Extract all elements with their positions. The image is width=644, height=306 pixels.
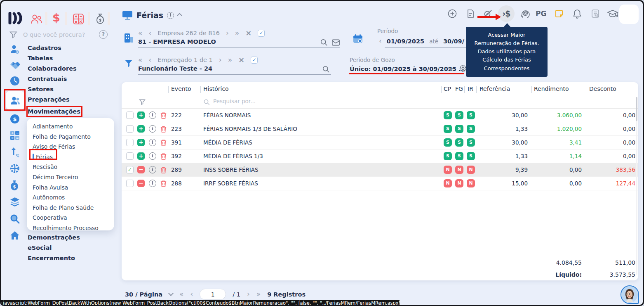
cp-badge[interactable]: S <box>444 152 452 160</box>
fg-badge[interactable]: N <box>455 179 463 187</box>
page-number-input[interactable] <box>200 289 226 300</box>
employee-checkbox[interactable] <box>251 57 258 64</box>
info-icon[interactable] <box>149 180 156 187</box>
page-last-icon[interactable]: » <box>256 291 261 298</box>
employee-next-icon[interactable]: › <box>219 57 222 64</box>
submenu-item-folha-de-pagamento[interactable]: Folha de Pagamento <box>33 132 114 142</box>
col-cp[interactable]: CP <box>444 85 451 92</box>
trash-icon[interactable] <box>160 112 167 119</box>
fg-badge[interactable]: S <box>455 125 463 133</box>
company-value[interactable]: 81 - EMPRESA MODELO <box>138 38 216 45</box>
col-fg[interactable]: FG <box>455 85 463 92</box>
sidebar-item-encerramento[interactable]: Encerramento <box>28 253 80 263</box>
period-start[interactable]: 01/09/2025 <box>387 38 424 45</box>
table-filter-icon[interactable] <box>139 99 146 105</box>
layers-icon[interactable] <box>9 196 20 207</box>
row-checkbox[interactable] <box>126 125 134 133</box>
table-row[interactable]: 288 IRRF SOBRE FÉRIAS N N N 15,00 0,00 1… <box>122 177 638 190</box>
document-icon[interactable] <box>465 9 475 19</box>
per-page-select[interactable]: 30 / Página <box>125 291 162 298</box>
company-search-icon[interactable] <box>320 38 328 47</box>
cp-badge[interactable]: S <box>444 125 452 133</box>
growth-icon[interactable]: % <box>9 147 19 158</box>
search-rail-icon[interactable] <box>9 213 20 224</box>
sidebar-item-preparacoes[interactable]: Preparações <box>28 95 80 105</box>
trash-icon[interactable] <box>160 139 167 146</box>
col-rendimento[interactable]: Rendimento <box>534 85 569 92</box>
sidebar-item-setores[interactable]: Setores <box>28 84 80 95</box>
info-icon[interactable] <box>149 125 156 133</box>
row-checkbox-checked[interactable] <box>126 166 134 173</box>
info-icon[interactable] <box>149 139 156 146</box>
page-next-icon[interactable]: › <box>247 291 250 298</box>
gear-target-icon[interactable] <box>9 163 20 174</box>
cp-badge[interactable]: N <box>444 179 452 187</box>
fg-badge[interactable]: S <box>455 152 463 160</box>
assistant-head-icon[interactable] <box>519 9 530 19</box>
submenu-item-rescisao[interactable]: Rescisão <box>33 162 114 172</box>
sidebar-item-demonstracoes[interactable]: Demonstrações <box>28 232 80 243</box>
period-prev-icon[interactable]: ‹ <box>379 38 382 45</box>
info-icon[interactable] <box>149 152 156 160</box>
document-search-icon[interactable] <box>590 9 600 19</box>
table-row-selected[interactable]: 289 INSS SOBRE FÉRIAS N N N 9,39 0,00 38… <box>122 163 638 177</box>
clock-icon[interactable] <box>9 76 20 86</box>
sidebar-item-cadastros[interactable]: Cadastros <box>28 43 80 53</box>
trash-icon[interactable] <box>160 180 167 187</box>
page-first-icon[interactable]: « <box>179 291 183 298</box>
submenu-item-cooperativa[interactable]: Cooperativa <box>33 213 114 223</box>
employee-first-icon[interactable]: « <box>138 57 142 64</box>
cp-badge[interactable]: N <box>444 166 452 174</box>
home-icon[interactable] <box>9 230 20 241</box>
table-row[interactable]: 222 FÉRIAS NORMAIS S S S 30,00 3.060,00 … <box>122 109 638 122</box>
user-settings-icon[interactable] <box>9 44 20 55</box>
scrollbar-track[interactable] <box>636 97 637 275</box>
bell-icon[interactable] <box>572 9 582 19</box>
trash-icon[interactable] <box>160 166 167 173</box>
employee-search-icon[interactable] <box>322 65 330 74</box>
scrollbar-thumb[interactable] <box>636 97 637 121</box>
row-checkbox[interactable] <box>126 152 134 160</box>
handshake-icon[interactable] <box>9 60 21 71</box>
add-icon[interactable] <box>447 9 457 19</box>
submenu-item-decimo-terceiro[interactable]: Décimo Terceiro <box>33 172 114 183</box>
period-end[interactable]: 30/09/ <box>443 38 464 45</box>
trash-icon[interactable] <box>160 153 167 160</box>
cp-badge[interactable]: S <box>444 138 452 147</box>
sidebar-item-colaboradores[interactable]: Colaboradores <box>28 64 80 74</box>
company-first-icon[interactable]: « <box>138 30 142 37</box>
cp-badge[interactable]: S <box>444 111 452 119</box>
submenu-item-folha-avulsa[interactable]: Folha Avulsa <box>33 183 114 193</box>
graduation-cap-icon[interactable] <box>607 9 618 19</box>
fg-badge[interactable]: S <box>455 138 463 147</box>
company-prev-icon[interactable]: ‹ <box>148 30 151 37</box>
pg-button[interactable]: PG <box>536 9 546 18</box>
table-row[interactable]: 223 FÉRIAS NORMAIS 1/3 DE SALÁRIO S S S … <box>122 122 638 136</box>
ir-badge[interactable]: S <box>467 111 475 119</box>
user-avatar[interactable] <box>619 5 639 24</box>
sidebar-search-input[interactable] <box>23 31 93 38</box>
ir-badge[interactable]: S <box>467 152 475 160</box>
submenu-item-autonomos[interactable]: Autônomos <box>33 192 114 203</box>
row-checkbox[interactable] <box>126 111 134 119</box>
envelope-icon[interactable] <box>331 38 340 47</box>
col-referencia[interactable]: Referência <box>479 85 510 92</box>
money-bag-rail-icon[interactable]: $ <box>9 180 19 191</box>
trash-icon[interactable] <box>160 126 167 133</box>
employee-last-icon[interactable]: » <box>228 57 232 64</box>
employee-value[interactable]: Funcionário Teste - 24 <box>138 65 212 72</box>
ir-badge[interactable]: S <box>467 125 475 133</box>
money-bag-module-icon[interactable] <box>94 13 106 25</box>
collapse-header-icon[interactable] <box>177 13 182 18</box>
company-next-icon[interactable]: › <box>226 30 229 37</box>
table-search-input[interactable] <box>213 98 386 104</box>
company-last-icon[interactable]: » <box>235 30 239 37</box>
table-row[interactable]: 392 MÉDIA DE FÉRIAS 1/3 S S S 1,33 1,14 … <box>122 149 638 163</box>
help-icon[interactable] <box>99 30 108 39</box>
ir-badge[interactable]: N <box>467 179 475 187</box>
row-checkbox[interactable] <box>126 139 134 146</box>
table-row[interactable]: 391 MÉDIA DE FÉRIAS S S S 30,00 3,41 0,0… <box>122 136 638 149</box>
fg-badge[interactable]: S <box>455 111 463 119</box>
notes-icon[interactable] <box>554 9 564 19</box>
per-page-dropdown-icon[interactable] <box>168 291 174 296</box>
